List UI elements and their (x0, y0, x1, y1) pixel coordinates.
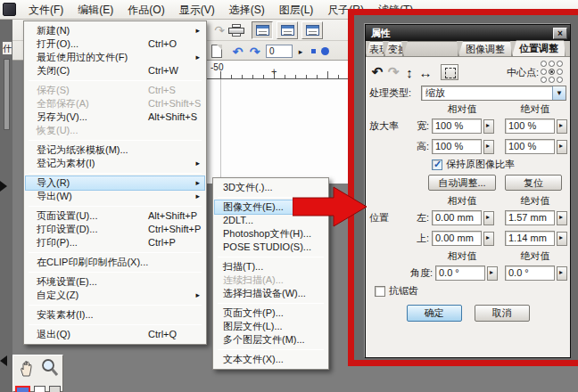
menubar-item-story[interactable]: 作品(O) (120, 0, 171, 20)
submenu-item[interactable]: 文本文件(X)... (215, 353, 326, 366)
menubar-item-select[interactable]: 选择(S) (222, 0, 272, 20)
canvas-area[interactable]: -50 + (203, 61, 350, 184)
foreground-color-swatch[interactable] (15, 386, 30, 392)
menu-item[interactable]: 登记为纸张模板(M)... (26, 143, 204, 157)
menu-item[interactable]: 最近使用过的文件(F) (26, 51, 204, 64)
palette-expand-arrow-icon[interactable] (0, 355, 7, 366)
auto-adjust-button[interactable]: 自动调整... (428, 175, 496, 191)
menu-item[interactable]: 环境设置(E)... (26, 275, 204, 289)
submenu-item[interactable]: 选择扫描设备(W)... (215, 287, 326, 300)
position-left-relative-slider-button[interactable] (483, 211, 494, 225)
menu-item[interactable]: 打印设置(D)... Ctrl+Shift+P (26, 223, 204, 236)
menu-item[interactable]: 页面设置(U)... Alt+Shift+P (26, 209, 204, 223)
center-point-radio-selected[interactable] (549, 69, 555, 75)
position-left-absolute-input[interactable]: 1.57 mm (505, 210, 555, 225)
menu-item[interactable]: 另存为(V)... Alt+Shift+S (26, 110, 204, 124)
rotate-ccw-icon[interactable]: ↶ (369, 64, 385, 80)
brush-size-small-icon[interactable] (311, 49, 316, 53)
hand-tool-icon[interactable] (18, 360, 36, 378)
submenu-item[interactable]: 图层文件(L)... (215, 320, 326, 333)
position-left-relative-input[interactable]: 0.00 mm (432, 210, 482, 225)
center-point-radio[interactable] (541, 61, 547, 67)
scale-width-absolute-input[interactable]: 100 % (505, 118, 555, 134)
submenu-item[interactable]: 连续扫描(A)... (215, 274, 326, 287)
submenu-item[interactable]: 页面文件(P)... (215, 306, 326, 320)
menu-item[interactable]: 全部保存(A) Ctrl+Shift+S (26, 97, 204, 110)
menubar-item-layer[interactable]: 图层(L) (272, 0, 321, 20)
scale-height-relative-input[interactable]: 100 % (432, 139, 482, 154)
center-point-radio[interactable] (549, 61, 555, 67)
menubar-item-view[interactable]: 显示(V) (172, 0, 222, 20)
toggle-layers-palette-button[interactable] (277, 21, 298, 39)
menu-item[interactable]: 在CLIP印刷印制作品(X)... (26, 256, 204, 269)
tab-image-adjust[interactable]: 图像调整 (458, 41, 512, 56)
zoom-tool-icon[interactable] (41, 358, 59, 378)
submenu-item[interactable]: Photoshop文件(H)... (215, 227, 326, 241)
menu-item[interactable]: 关闭(C) Ctrl+W (26, 64, 204, 78)
position-top-absolute-input[interactable]: 1.14 mm (505, 231, 555, 246)
menu-item[interactable]: 保存(S) Ctrl+S (26, 84, 204, 97)
position-top-absolute-slider-button[interactable] (557, 232, 567, 246)
scale-width-relative-slider-button[interactable] (483, 119, 494, 134)
toggle-navigator-palette-button[interactable] (301, 21, 323, 39)
scale-width-absolute-slider-button[interactable] (557, 119, 567, 134)
cancel-button[interactable]: 取消 (475, 305, 530, 322)
rotate-cw-icon[interactable]: ↷ (385, 64, 401, 80)
center-point-radio[interactable] (557, 77, 563, 83)
scale-height-absolute-slider-button[interactable] (557, 140, 567, 154)
angle-relative-input[interactable]: 0.0 ° (435, 265, 485, 281)
palette-collapse-arrow-icon[interactable] (0, 181, 7, 192)
flip-horizontal-icon[interactable]: ↔ (417, 65, 434, 80)
submenu-item[interactable]: 扫描(T)... (215, 260, 326, 274)
undo-icon[interactable]: ↶ (229, 45, 246, 59)
palette-scrollbar[interactable] (4, 59, 10, 130)
menu-item[interactable]: 安装素材(I)... (26, 308, 204, 322)
tab-position-adjust[interactable]: 位置调整 (512, 40, 566, 56)
menu-item[interactable]: 打开(O)... Ctrl+O (26, 37, 204, 51)
center-point-radio[interactable] (549, 77, 555, 83)
menubar-item-edit[interactable]: 编辑(E) (70, 0, 120, 20)
position-top-relative-slider-button[interactable] (483, 232, 494, 246)
menu-item[interactable]: 导入(R) (26, 176, 204, 190)
menubar-item-file[interactable]: 文件(F) (21, 0, 70, 20)
menu-item[interactable]: 自定义(Z) (26, 289, 204, 302)
center-point-radio[interactable] (557, 69, 563, 75)
menu-item[interactable]: 打印(P)... Ctrl+P (26, 236, 204, 249)
menu-item[interactable]: 导出(W) (26, 190, 204, 203)
center-point-radio[interactable] (541, 77, 547, 83)
ok-button[interactable]: 确定 (407, 305, 462, 322)
center-point-radio[interactable] (541, 69, 547, 75)
center-point-radio[interactable] (557, 61, 563, 67)
value-input[interactable]: 0 (266, 45, 293, 58)
toggle-tools-palette-button[interactable] (252, 21, 273, 39)
menu-item[interactable]: 登记为素材(I) (26, 157, 204, 170)
tab-expression[interactable]: 表现 (366, 41, 384, 56)
angle-absolute-input[interactable]: 0.0 ° (505, 265, 555, 281)
redo-icon[interactable]: ↷ (211, 23, 228, 37)
keep-ratio-checkbox[interactable] (432, 159, 442, 170)
position-top-relative-input[interactable]: 0.00 mm (432, 231, 482, 246)
redo-blue-icon[interactable]: ↷ (246, 45, 263, 59)
position-left-absolute-slider-button[interactable] (557, 211, 567, 225)
scale-width-relative-input[interactable]: 100 % (432, 118, 482, 134)
menu-item[interactable]: 退出(Q) Ctrl+Q (26, 328, 204, 341)
process-type-select[interactable]: 缩放 ▼ (421, 86, 566, 101)
chevron-down-icon[interactable]: ▼ (552, 86, 566, 100)
submenu-item[interactable]: 多个图层文件(M)... (215, 333, 326, 347)
tab-transform[interactable]: 变换 (384, 41, 403, 56)
reset-button[interactable]: 复位 (505, 175, 562, 191)
flip-vertical-icon[interactable]: ↕ (401, 65, 417, 80)
background-color-swatch[interactable] (34, 386, 45, 392)
antialias-checkbox[interactable] (375, 286, 385, 297)
submenu-item[interactable]: POSE STUDIO(S)... (215, 241, 326, 254)
brush-size-large-icon[interactable] (321, 47, 329, 55)
menu-item[interactable]: 恢复(U)... (26, 124, 204, 137)
scale-height-absolute-input[interactable]: 100 % (505, 139, 555, 154)
transparent-color-swatch[interactable] (49, 386, 61, 392)
angle-relative-slider-button[interactable] (487, 266, 498, 281)
marquee-icon[interactable] (441, 64, 458, 80)
docked-palette-tab[interactable]: 什 (2, 41, 12, 55)
close-icon[interactable]: × (553, 28, 567, 39)
print-icon[interactable] (228, 24, 244, 37)
value-dropdown-arrow-icon[interactable]: ▸ (295, 47, 306, 56)
